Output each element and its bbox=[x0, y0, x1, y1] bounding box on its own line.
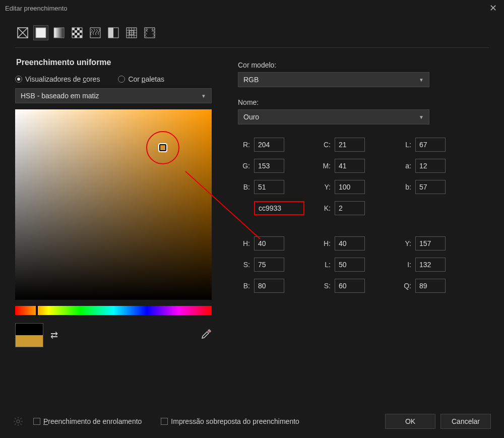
gear-icon[interactable] bbox=[13, 416, 23, 426]
label-c: C: bbox=[319, 141, 331, 149]
input-m[interactable] bbox=[335, 159, 365, 173]
dialog-content: Preenchimento uniforme Visualizadores de… bbox=[0, 16, 504, 407]
radio-color-palettes[interactable]: Cor paletas bbox=[118, 75, 164, 83]
svg-rect-11 bbox=[77, 33, 80, 35]
input-l2[interactable] bbox=[335, 258, 365, 272]
edit-fill-dialog: Editar preenchimento ✕ bbox=[0, 0, 504, 438]
label-l2: L: bbox=[319, 261, 331, 269]
label-y: Y: bbox=[319, 183, 331, 191]
swatch-new[interactable] bbox=[16, 335, 43, 347]
main-row: Visualizadores de cores Cor paletas HSB … bbox=[15, 75, 489, 347]
viewer-dropdown[interactable]: HSB - baseado em matiz ▼ bbox=[15, 88, 212, 103]
dialog-title: Editar preenchimento bbox=[5, 5, 68, 12]
svg-rect-8 bbox=[75, 30, 77, 33]
color-field[interactable] bbox=[15, 109, 212, 300]
fill-texture-icon[interactable] bbox=[88, 25, 103, 40]
dialog-footer: Preenchimento de enrolamento Impressão s… bbox=[0, 407, 504, 438]
chevron-down-icon: ▼ bbox=[419, 77, 424, 83]
svg-rect-3 bbox=[36, 28, 46, 38]
titlebar: Editar preenchimento ✕ bbox=[0, 0, 504, 16]
fill-type-toolbar bbox=[15, 25, 489, 48]
name-dropdown-value: Ouro bbox=[243, 113, 259, 121]
svg-rect-9 bbox=[80, 30, 82, 33]
svg-rect-16 bbox=[108, 28, 113, 38]
left-column: Visualizadores de cores Cor paletas HSB … bbox=[15, 75, 212, 347]
svg-rect-10 bbox=[72, 33, 75, 35]
svg-point-20 bbox=[17, 420, 20, 423]
input-i[interactable] bbox=[415, 258, 446, 272]
label-s: S: bbox=[238, 261, 250, 269]
fill-postscript-icon[interactable] bbox=[124, 25, 139, 40]
right-column: Cor modelo: RGB ▼ Nome: Ouro ▼ R: C: L: … bbox=[238, 75, 489, 347]
fill-pattern-icon[interactable] bbox=[70, 25, 85, 40]
input-g[interactable] bbox=[254, 159, 284, 173]
chevron-down-icon: ▼ bbox=[201, 93, 206, 99]
checkbox-winding-fill[interactable]: Preenchimento de enrolamento bbox=[33, 417, 142, 425]
close-icon[interactable]: ✕ bbox=[486, 3, 500, 14]
swatch-stack bbox=[15, 323, 43, 347]
radio-color-viewers[interactable]: Visualizadores de cores bbox=[15, 75, 100, 83]
color-field-marker[interactable] bbox=[159, 144, 166, 151]
model-dropdown-value: RGB bbox=[243, 76, 259, 84]
input-y[interactable] bbox=[335, 180, 365, 194]
fill-uniform-icon[interactable] bbox=[33, 25, 48, 40]
name-dropdown[interactable]: Ouro ▼ bbox=[238, 109, 429, 124]
svg-rect-13 bbox=[80, 35, 82, 38]
svg-rect-7 bbox=[77, 28, 80, 30]
label-h2: H: bbox=[319, 239, 331, 247]
label-s2: S: bbox=[319, 282, 331, 290]
input-y2[interactable] bbox=[415, 236, 446, 251]
label-l: L: bbox=[399, 141, 411, 149]
hue-slider[interactable] bbox=[15, 306, 212, 315]
fill-gradient-icon[interactable] bbox=[51, 25, 67, 40]
input-h2[interactable] bbox=[335, 236, 365, 251]
label-b: B: bbox=[238, 183, 250, 191]
input-c[interactable] bbox=[335, 138, 365, 152]
checkbox-overprint-fill[interactable]: Impressão sobreposta do preenchimento bbox=[161, 417, 299, 425]
input-s[interactable] bbox=[254, 258, 284, 272]
input-q[interactable] bbox=[415, 279, 446, 293]
label-g: G: bbox=[238, 162, 250, 170]
input-l[interactable] bbox=[415, 138, 446, 152]
model-dropdown[interactable]: RGB ▼ bbox=[238, 72, 429, 87]
label-q: Q: bbox=[399, 282, 411, 290]
input-h[interactable] bbox=[254, 236, 284, 251]
svg-rect-12 bbox=[75, 35, 77, 38]
cancel-button[interactable]: Cancelar bbox=[440, 414, 491, 429]
fill-twocolor-icon[interactable] bbox=[106, 25, 121, 40]
label-y2: Y: bbox=[399, 239, 411, 247]
label-m: M: bbox=[319, 162, 331, 170]
ok-button[interactable]: OK bbox=[385, 414, 435, 429]
footer-buttons: OK Cancelar bbox=[385, 414, 491, 429]
svg-rect-6 bbox=[72, 28, 75, 30]
svg-rect-4 bbox=[54, 28, 64, 38]
viewer-dropdown-value: HSB - baseado em matiz bbox=[21, 92, 99, 100]
value-grid: R: C: L: G: M: a: B: Y: b: K: H: H: Y: bbox=[238, 138, 489, 293]
swap-icon[interactable]: ⇄ bbox=[50, 330, 58, 341]
label-a: a: bbox=[399, 162, 411, 170]
label-k: K: bbox=[319, 204, 331, 212]
input-b[interactable] bbox=[254, 180, 284, 194]
swatch-row: ⇄ bbox=[15, 323, 212, 347]
input-r[interactable] bbox=[254, 138, 284, 152]
input-b2[interactable] bbox=[415, 180, 446, 194]
hue-slider-marker[interactable] bbox=[36, 305, 38, 316]
input-s2[interactable] bbox=[335, 279, 365, 293]
swatch-old[interactable] bbox=[16, 324, 43, 335]
label-i: I: bbox=[399, 261, 411, 269]
label-h: H: bbox=[238, 239, 250, 247]
fill-bitmap-icon[interactable] bbox=[142, 25, 157, 40]
input-hex[interactable] bbox=[254, 201, 304, 215]
fill-none-icon[interactable] bbox=[15, 25, 30, 40]
input-bv[interactable] bbox=[254, 279, 284, 293]
chevron-down-icon: ▼ bbox=[419, 114, 424, 120]
model-label: Cor modelo: bbox=[238, 61, 489, 69]
input-a[interactable] bbox=[415, 159, 446, 173]
eyedropper-icon[interactable] bbox=[201, 329, 212, 342]
radio-row: Visualizadores de cores Cor paletas bbox=[15, 75, 212, 83]
svg-rect-14 bbox=[90, 28, 100, 38]
label-bv: B: bbox=[238, 282, 250, 290]
input-k[interactable] bbox=[335, 201, 365, 215]
label-b2: b: bbox=[399, 183, 411, 191]
label-r: R: bbox=[238, 141, 250, 149]
